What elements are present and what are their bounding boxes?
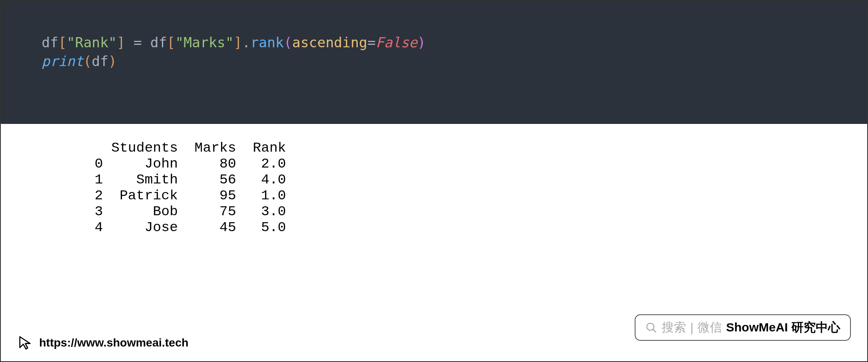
code-token: = xyxy=(133,34,142,51)
code-token: ( xyxy=(284,34,292,51)
badge-brand: ShowMeAI 研究中心 xyxy=(726,319,840,336)
code-token: ) xyxy=(108,53,117,69)
code-token: ) xyxy=(417,34,425,51)
svg-point-0 xyxy=(647,323,654,330)
code-token: [ xyxy=(167,34,175,51)
output-block: Students Marks Rank 0 John 80 2.0 1 Smit… xyxy=(1,124,867,244)
footer-url: https://www.showmeai.tech xyxy=(39,336,188,349)
code-token: . xyxy=(242,34,250,51)
badge-wechat-label: 微信 xyxy=(698,319,722,336)
code-token: ] xyxy=(234,34,242,51)
badge-search-label: 搜索 xyxy=(662,319,686,336)
code-token: print xyxy=(42,53,83,69)
code-token: = xyxy=(368,34,376,51)
search-icon xyxy=(645,322,658,334)
code-token: df xyxy=(92,53,108,69)
badge-separator: | xyxy=(690,321,693,335)
svg-line-1 xyxy=(653,329,656,332)
code-token: ( xyxy=(83,53,91,69)
code-token: "Marks" xyxy=(175,34,234,51)
code-token: ascending xyxy=(292,34,367,51)
code-token: df xyxy=(42,34,58,51)
code-token: False xyxy=(376,34,417,51)
code-token: ] xyxy=(117,34,125,51)
footer: https://www.showmeai.tech xyxy=(17,335,188,351)
code-line-1: df["Rank"] = df["Marks"].rank(ascending=… xyxy=(42,33,826,52)
search-badge: 搜索 | 微信 ShowMeAI 研究中心 xyxy=(635,314,851,341)
code-token: "Rank" xyxy=(66,34,117,51)
code-token: rank xyxy=(250,34,284,51)
code-block: df["Rank"] = df["Marks"].rank(ascending=… xyxy=(1,1,867,124)
code-line-2: print(df) xyxy=(42,52,826,71)
code-token xyxy=(125,34,133,51)
code-token: df xyxy=(142,34,167,51)
cursor-icon xyxy=(17,335,33,351)
code-token: [ xyxy=(58,34,66,51)
